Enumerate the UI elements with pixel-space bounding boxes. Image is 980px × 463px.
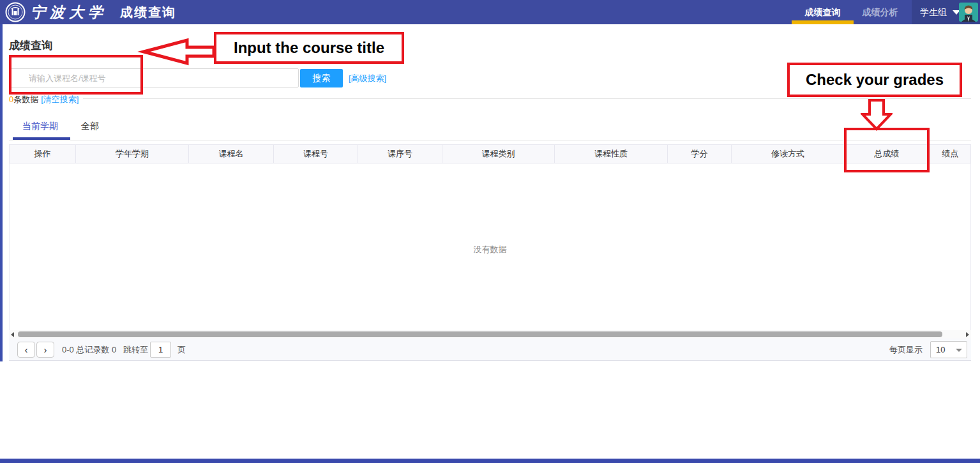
content-left-border [0,24,3,361]
university-name: 宁波大学 [31,0,107,24]
tab-current-semester[interactable]: 当前学期 [22,121,58,132]
tab-all[interactable]: 全部 [81,121,99,132]
select-caret-icon [956,349,962,352]
divider [83,98,971,99]
column-header-action[interactable]: 操作 [10,145,76,163]
per-page-value: 10 [936,342,945,358]
university-logo-icon [5,2,26,22]
column-header-semester[interactable]: 学年学期 [76,145,189,163]
annotation-arrow-left-icon [123,36,216,69]
column-header-credits[interactable]: 学分 [668,145,732,163]
page-number-input[interactable] [150,342,171,358]
tab-divider [9,140,971,141]
annotation-grades-hint: Check your grades [787,63,962,97]
scroll-left-icon[interactable] [11,332,14,337]
page-title: 成绩查询 [9,38,52,53]
column-header-gpa[interactable]: 绩点 [930,145,971,163]
tab-active-underline [13,137,70,140]
jump-to-label: 跳转至 [123,338,148,361]
per-page-label: 每页显示 [889,338,923,361]
column-header-study-mode[interactable]: 修读方式 [732,145,845,163]
nav-active-underline [792,20,854,24]
user-group-label: 学生组 [920,0,947,24]
scrollbar-thumb[interactable] [18,331,942,337]
empty-data-text: 没有数据 [10,244,970,255]
annotation-input-hint: Input the course title [214,32,404,64]
next-page-button[interactable]: › [36,342,54,358]
column-header-course-no[interactable]: 课程号 [274,145,358,163]
annotation-arrow-down-icon [861,99,893,133]
prev-page-button[interactable]: ‹ [17,342,35,358]
annotation-grade-column-outline [844,128,930,172]
table-body: 没有数据 [9,163,971,330]
horizontal-scrollbar[interactable] [9,330,971,338]
search-button[interactable]: 搜索 [300,69,343,87]
app-title: 成绩查询 [120,0,176,24]
page-suffix-label: 页 [177,338,186,361]
column-header-class-no[interactable]: 课序号 [358,145,442,163]
result-info: 0条数据[清空搜索] [9,94,79,105]
grade-query-app: 宁波大学 成绩查询 成绩查询 成绩分析 学生组 成绩查询 [0,0,980,463]
bottom-bar [0,458,980,463]
topbar: 宁波大学 成绩查询 成绩查询 成绩分析 学生组 [0,0,980,24]
pagination-bar: ‹ › 0-0 总记录数 0 跳转至 页 每页显示 10 [9,338,971,361]
scroll-right-icon[interactable] [966,332,969,337]
records-summary: 0-0 总记录数 0 [62,338,116,361]
avatar[interactable] [959,3,978,22]
result-suffix: 条数据 [13,95,38,104]
column-header-course-name[interactable]: 课程名 [189,145,274,163]
clear-search-link[interactable]: [清空搜索] [41,95,79,104]
table-header: 操作 学年学期 课程名 课程号 课序号 课程类别 课程性质 学分 修读方式 总成… [9,144,971,163]
nav-tab-grade-analysis[interactable]: 成绩分析 [859,0,901,24]
advanced-search-link[interactable]: [高级搜索] [349,73,386,84]
column-header-course-category[interactable]: 课程类别 [442,145,555,163]
user-menu[interactable]: 学生组 [912,0,980,24]
per-page-select[interactable]: 10 [930,341,967,358]
column-header-course-nature[interactable]: 课程性质 [555,145,668,163]
